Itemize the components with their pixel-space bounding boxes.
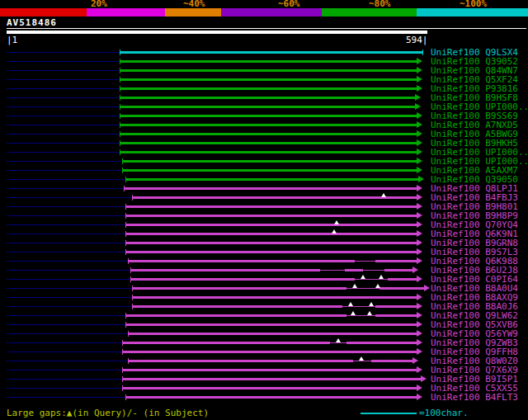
hit-label[interactable]: UniRef100_Q9LW62 xyxy=(431,311,518,320)
alignment-arrowhead-icon xyxy=(412,357,418,364)
hit-label[interactable]: UniRef100_B9S7L3 xyxy=(431,248,518,257)
hit-label[interactable]: UniRef100_Q9FFH8 xyxy=(431,347,518,356)
hit-label[interactable]: UniRef100_Q84WN7 xyxy=(431,66,518,75)
legend-label: ~40% xyxy=(183,0,205,8)
hit-label[interactable]: UniRef100_UPI000.. xyxy=(431,157,528,166)
query-extent-line xyxy=(7,379,122,380)
alignment-start-tick xyxy=(122,340,123,346)
hit-label[interactable]: UniRef100_Q8W0Z0 xyxy=(431,356,518,366)
legend-segment xyxy=(165,8,221,17)
hit-label[interactable]: UniRef100_Q6K988 xyxy=(431,257,518,266)
query-gap-triangle-icon xyxy=(369,302,374,306)
hit-label[interactable]: UniRef100_Q9ZWB3 xyxy=(431,338,518,347)
query-extent-line xyxy=(7,333,128,334)
alignment-arrowhead-icon xyxy=(417,149,422,155)
query-extent-line xyxy=(7,324,125,325)
alignment-bar xyxy=(124,187,417,190)
alignment-arrowhead-icon xyxy=(417,330,422,337)
alignment-bar xyxy=(122,342,417,344)
legend-label: ~80% xyxy=(369,0,391,8)
hit-label[interactable]: UniRef100_A5BWG9 xyxy=(431,130,518,139)
alignment-bar xyxy=(120,133,417,135)
alignment-start-tick xyxy=(120,131,120,137)
hit-label[interactable]: UniRef100_B9I5P1 xyxy=(431,375,518,384)
alignment-start-tick xyxy=(125,394,126,400)
alignment-row: UniRef100_Q84WN7 xyxy=(0,66,528,75)
hit-label[interactable]: UniRef100_Q8LPJ1 xyxy=(431,184,518,193)
hit-label[interactable]: UniRef100_C5XX55 xyxy=(431,384,518,393)
alignment-arrowhead-icon xyxy=(417,239,422,246)
query-extent-line xyxy=(7,288,132,289)
alignment-start-tick xyxy=(124,186,125,191)
alignment-start-tick xyxy=(120,104,120,110)
query-gap-triangle-icon xyxy=(367,311,372,315)
query-extent-line xyxy=(7,134,120,134)
hit-label[interactable]: UniRef100_B6U2J8 xyxy=(431,266,518,275)
alignment-row: UniRef100_B9HKH5 xyxy=(0,139,528,148)
query-gap-triangle-icon xyxy=(381,193,386,197)
hit-label[interactable]: UniRef100_B4FBJ3 xyxy=(431,193,518,202)
hit-label[interactable]: UniRef100_B8AXQ9 xyxy=(431,293,518,302)
hit-label[interactable]: UniRef100_Q6K9N1 xyxy=(431,229,518,238)
ruler-start-label: |1 xyxy=(7,35,17,45)
alignment-arrowhead-icon xyxy=(415,94,421,101)
query-extent-line xyxy=(7,106,120,107)
hit-label[interactable]: UniRef100_Q5XF24 xyxy=(431,75,518,84)
hit-label[interactable]: UniRef100_C0PI64 xyxy=(431,275,518,284)
hit-label[interactable]: UniRef100_B9HSF8 xyxy=(431,93,518,102)
hit-label[interactable]: UniRef100_B9HKH5 xyxy=(431,139,518,148)
alignment-start-tick xyxy=(125,322,126,328)
legend-label: ~100% xyxy=(460,0,487,8)
hit-label[interactable]: UniRef100_A5AXM7 xyxy=(431,166,518,175)
query-gap-triangle-icon xyxy=(334,220,339,224)
alignment-arrowhead-icon xyxy=(417,385,422,391)
query-extent-line xyxy=(7,125,120,125)
hit-label[interactable]: UniRef100_UPI000.. xyxy=(431,102,528,111)
hit-label[interactable]: UniRef100_Q56YW9 xyxy=(431,329,518,338)
hit-label[interactable]: UniRef100_B9H801 xyxy=(431,202,518,211)
alignment-start-tick xyxy=(122,376,123,382)
hit-label[interactable]: UniRef100_Q39052 xyxy=(431,57,518,66)
alignment-arrowhead-icon xyxy=(417,85,422,92)
hit-label[interactable]: UniRef100_B9H8P9 xyxy=(431,211,518,220)
hit-label[interactable]: UniRef100_Q70YQ4 xyxy=(431,220,518,229)
alignment-row: UniRef100_C5XX55 xyxy=(0,384,528,393)
alignment-row: UniRef100_B9GRN8 xyxy=(0,238,528,248)
hit-label[interactable]: UniRef100_Q7X6X9 xyxy=(431,366,518,375)
legend-label: ~60% xyxy=(278,0,300,8)
hit-label[interactable]: UniRef100_B8A0U4 xyxy=(431,284,518,293)
alignment-bar xyxy=(125,178,418,181)
hit-label[interactable]: UniRef100_B8A0J6 xyxy=(431,302,518,311)
query-extent-line xyxy=(7,361,128,361)
alignment-arrowhead-icon xyxy=(417,212,422,219)
alignment-row: UniRef100_A7NXD5 xyxy=(0,120,528,130)
alignment-arrowhead-icon xyxy=(417,185,422,191)
query-extent-line xyxy=(7,88,120,89)
query-extent-line xyxy=(7,342,122,343)
query-gap-triangle-icon xyxy=(352,284,357,288)
hit-label[interactable]: UniRef100_Q9LSX4 xyxy=(431,48,518,57)
alignment-row: UniRef100_Q39050 xyxy=(0,175,528,184)
hit-label[interactable]: UniRef100_UPI000.. xyxy=(431,148,528,157)
alignment-arrowhead-icon xyxy=(417,167,422,173)
hit-label[interactable]: UniRef100_Q39050 xyxy=(431,175,518,184)
alignment-arrowhead-icon xyxy=(421,375,427,382)
legend-segment xyxy=(0,8,87,17)
alignment-bar xyxy=(122,351,417,353)
subject-gap-line xyxy=(342,306,375,307)
alignment-row: UniRef100_B6U2J8 xyxy=(0,266,528,275)
divider-line xyxy=(7,28,526,29)
hit-label[interactable]: UniRef100_P93816 xyxy=(431,84,518,93)
hit-label[interactable]: UniRef100_B9GRN8 xyxy=(431,238,518,248)
alignment-arrowhead-icon xyxy=(415,103,421,110)
alignment-start-tick xyxy=(125,313,126,319)
alignment-arrowhead-icon xyxy=(417,257,422,264)
hit-label[interactable]: UniRef100_B4FLT3 xyxy=(431,393,518,402)
hit-label[interactable]: UniRef100_Q5XVB6 xyxy=(431,320,518,329)
alignment-bar xyxy=(120,97,415,99)
hit-label[interactable]: UniRef100_A7NXD5 xyxy=(431,120,518,130)
query-gap-triangle-icon xyxy=(361,275,365,279)
alignment-bar xyxy=(120,87,417,90)
hit-label[interactable]: UniRef100_B9SS69 xyxy=(431,111,518,120)
alignment-start-tick xyxy=(120,68,120,73)
